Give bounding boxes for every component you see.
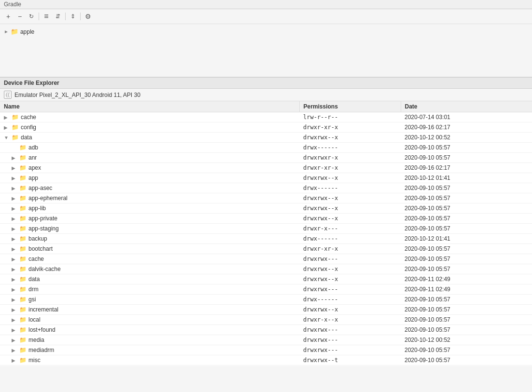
expand-arrow-icon[interactable]: ▶	[12, 277, 17, 282]
table-row[interactable]: ▶📁configdrwxr-xr-x2020-09-16 02:17	[0, 122, 532, 133]
expand-arrow-icon[interactable]: ▶	[4, 115, 10, 120]
expand-arrow-icon[interactable]: ▶	[12, 297, 17, 302]
folder-icon: 📁	[19, 225, 27, 232]
table-row[interactable]: ▼📁datadrwxrwx--x2020-10-12 00:52	[0, 133, 532, 143]
table-row[interactable]: ▶📁app-asecdrwx------2020-09-10 05:57	[0, 183, 532, 193]
expand-arrow-icon[interactable]: ▶	[12, 307, 17, 312]
permissions-cell: drwxrwx--x	[299, 203, 401, 214]
expand-arrow-icon[interactable]: ▶	[12, 186, 17, 191]
date-cell: 2020-09-10 05:57	[401, 254, 532, 264]
table-row[interactable]: ▶📁app-privatedrwxrwx--x2020-09-10 05:57	[0, 214, 532, 224]
table-row[interactable]: ▶📁mediadrwxrwx---2020-10-12 00:52	[0, 335, 532, 345]
permissions-cell: drwxrwx--x	[299, 173, 401, 183]
date-cell: 2020-09-11 02:49	[401, 274, 532, 284]
date-cell: 2020-09-10 05:57	[401, 143, 532, 153]
table-row[interactable]: ▶📁localdrwxr-x--x2020-09-10 05:57	[0, 315, 532, 325]
table-row[interactable]: ▶📁bootchartdrwxr-xr-x2020-09-10 05:57	[0, 244, 532, 254]
table-row[interactable]: ▶📁mediadrmdrwxrwx---2020-09-10 05:57	[0, 345, 532, 355]
table-row[interactable]: ▶📁miscdrwxrwx--t2020-09-10 05:57	[0, 355, 532, 365]
col-permissions[interactable]: Permissions	[299, 101, 401, 112]
expand-button[interactable]: ⇕	[68, 11, 78, 22]
expand-arrow-icon[interactable]: ▶	[12, 317, 17, 323]
folder-icon: 📁	[19, 185, 27, 191]
date-cell: 2020-09-10 05:57	[401, 183, 532, 193]
folder-icon: 📁	[19, 154, 27, 161]
permissions-cell: drwxrwx---	[299, 335, 401, 345]
expand-arrow-icon[interactable]: ▶	[4, 125, 10, 130]
expand-arrow-icon[interactable]: ▶	[12, 348, 17, 353]
table-row[interactable]: ▶📁incrementaldrwxrwx--x2020-09-10 05:57	[0, 305, 532, 315]
table-row[interactable]: ▶📁app-libdrwxrwx--x2020-09-10 05:57	[0, 203, 532, 214]
settings-button[interactable]: ⚙	[83, 11, 93, 22]
file-name-cell: ▶📁app-private	[0, 214, 299, 224]
table-row[interactable]: ▶📁cachedrwxrwx---2020-09-10 05:57	[0, 254, 532, 264]
file-name-cell: ▶📁app-lib	[0, 203, 299, 214]
expand-arrow-icon[interactable]: ▼	[4, 135, 10, 140]
date-cell: 2020-09-10 05:57	[401, 355, 532, 365]
folder-icon: 📁	[19, 175, 27, 181]
date-cell: 2020-09-10 05:57	[401, 224, 532, 234]
remove-button[interactable]: −	[14, 11, 25, 22]
expand-arrow-icon[interactable]: ▶	[12, 327, 17, 333]
group-button[interactable]: ≡	[41, 11, 52, 22]
table-row[interactable]: ▶📁app-ephemeraldrwxrwx--x2020-09-10 05:5…	[0, 193, 532, 203]
table-row[interactable]: ▶📁cachelrw-r--r--2020-07-14 03:01	[0, 112, 532, 122]
file-name: backup	[28, 235, 47, 242]
folder-icon: 📁	[12, 114, 19, 121]
permissions-cell: drwx------	[299, 183, 401, 193]
device-name: Emulator Pixel_2_XL_API_30 Android 11, A…	[14, 92, 140, 98]
expand-arrow-icon[interactable]: ▶	[12, 338, 17, 343]
table-row[interactable]: ▶📁anrdrwxrwxr-x2020-09-10 05:57	[0, 153, 532, 163]
expand-arrow-icon[interactable]: ▶	[12, 176, 17, 181]
table-row[interactable]: ▶📁dalvik-cachedrwxrwx--x2020-09-10 05:57	[0, 264, 532, 274]
table-row[interactable]: ▶📁app-stagingdrwxr-x---2020-09-10 05:57	[0, 224, 532, 234]
file-name: app-ephemeral	[28, 195, 68, 202]
date-cell: 2020-09-10 05:57	[401, 295, 532, 305]
expand-arrow-icon[interactable]: ▶	[12, 196, 17, 201]
expand-arrow-icon[interactable]: ▶	[12, 257, 17, 262]
expand-arrow-icon[interactable]: ▶	[12, 358, 17, 363]
expand-arrow-icon[interactable]: ▶	[12, 206, 17, 211]
toolbar: + − ↻ ≡ ⇵ ⇕ ⚙	[0, 9, 532, 24]
table-row[interactable]: ▶📁gsidrwx------2020-09-10 05:57	[0, 295, 532, 305]
device-selector[interactable]: 〈〈 Emulator Pixel_2_XL_API_30 Android 11…	[0, 89, 532, 101]
file-name-cell: ▶📁app	[0, 173, 299, 183]
date-cell: 2020-09-16 02:17	[401, 122, 532, 133]
file-name-cell: 📁adb	[0, 143, 299, 153]
expand-arrow-icon[interactable]: ▶	[12, 287, 17, 292]
file-name-cell: ▶📁cache	[0, 254, 299, 264]
add-button[interactable]: +	[3, 11, 14, 22]
col-date[interactable]: Date	[401, 101, 532, 112]
device-icon: 〈〈	[4, 91, 12, 99]
file-name: app	[28, 175, 38, 181]
expand-arrow-icon[interactable]: ▶	[12, 216, 17, 221]
table-row[interactable]: ▶📁appdrwxrwx--x2020-10-12 01:41	[0, 173, 532, 183]
expand-arrow-icon[interactable]: ▶	[12, 246, 17, 252]
folder-icon: 📁	[19, 326, 27, 333]
table-row[interactable]: ▶📁backupdrwx------2020-10-12 01:41	[0, 234, 532, 244]
file-name: cache	[21, 114, 36, 121]
expand-arrow-icon[interactable]: ▶	[12, 165, 17, 171]
expand-arrow-icon[interactable]: ▶	[12, 267, 17, 272]
folder-icon: 📁	[19, 256, 27, 262]
table-row[interactable]: ▶📁lost+founddrwxrwx---2020-09-10 05:57	[0, 325, 532, 335]
table-row[interactable]: ▶📁apexdrwxr-xr-x2020-09-16 02:17	[0, 163, 532, 173]
file-name: apex	[28, 164, 41, 171]
table-row[interactable]: ▶📁datadrwxrwx--x2020-09-11 02:49	[0, 274, 532, 284]
project-tree-item-apple[interactable]: ► 📁 apple	[4, 27, 528, 36]
refresh-button[interactable]: ↻	[26, 11, 37, 22]
table-row[interactable]: ▶📁drmdrwxrwx---2020-09-11 02:49	[0, 284, 532, 295]
expand-arrow-icon[interactable]: ▶	[12, 155, 17, 161]
sort-button[interactable]: ⇵	[53, 11, 63, 22]
col-name[interactable]: Name	[0, 101, 299, 112]
date-cell: 2020-09-10 05:57	[401, 203, 532, 214]
folder-icon: 📁	[19, 215, 27, 222]
table-row[interactable]: ▶📁misc_cedrwxrwx--t2020-09-10 05:58	[0, 365, 532, 366]
expand-arrow-icon[interactable]: ▶	[12, 236, 17, 242]
folder-icon: 📁	[19, 235, 27, 242]
date-cell: 2020-09-10 05:57	[401, 305, 532, 315]
folder-icon: 📁	[12, 124, 19, 131]
folder-icon: 📁	[19, 266, 27, 272]
table-row[interactable]: 📁adbdrwx------2020-09-10 05:57	[0, 143, 532, 153]
expand-arrow-icon[interactable]: ▶	[12, 226, 17, 231]
